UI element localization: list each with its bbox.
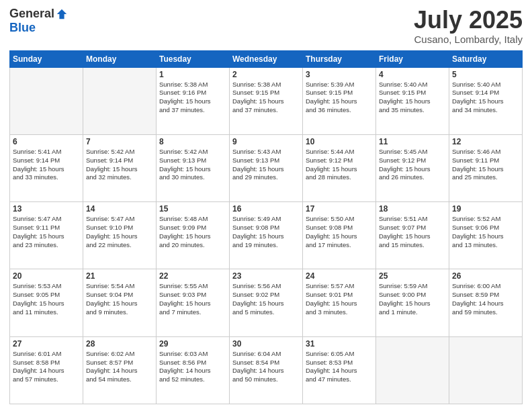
table-row: 31Sunrise: 6:05 AM Sunset: 8:53 PM Dayli… bbox=[303, 336, 376, 404]
table-row: 10Sunrise: 5:44 AM Sunset: 9:12 PM Dayli… bbox=[303, 134, 376, 201]
day-info: Sunrise: 5:39 AM Sunset: 9:15 PM Dayligh… bbox=[306, 81, 373, 115]
day-number: 11 bbox=[379, 137, 446, 146]
table-row: 16Sunrise: 5:49 AM Sunset: 9:08 PM Dayli… bbox=[230, 202, 303, 269]
table-row: 25Sunrise: 5:59 AM Sunset: 9:00 PM Dayli… bbox=[376, 269, 449, 336]
table-row: 6Sunrise: 5:41 AM Sunset: 9:14 PM Daylig… bbox=[10, 134, 83, 201]
day-number: 14 bbox=[86, 204, 153, 214]
day-number: 26 bbox=[452, 271, 519, 281]
day-number: 12 bbox=[452, 137, 519, 146]
day-info: Sunrise: 5:52 AM Sunset: 9:06 PM Dayligh… bbox=[452, 215, 519, 249]
table-row: 11Sunrise: 5:45 AM Sunset: 9:12 PM Dayli… bbox=[376, 134, 449, 201]
table-row: 9Sunrise: 5:43 AM Sunset: 9:13 PM Daylig… bbox=[230, 134, 303, 201]
table-row: 2Sunrise: 5:38 AM Sunset: 9:15 PM Daylig… bbox=[230, 67, 303, 134]
calendar-table: Sunday Monday Tuesday Wednesday Thursday… bbox=[9, 50, 523, 404]
day-info: Sunrise: 5:54 AM Sunset: 9:04 PM Dayligh… bbox=[86, 282, 153, 316]
day-info: Sunrise: 5:57 AM Sunset: 9:01 PM Dayligh… bbox=[306, 282, 373, 316]
day-number: 21 bbox=[86, 271, 153, 281]
day-number: 5 bbox=[452, 70, 519, 79]
day-number: 4 bbox=[379, 70, 446, 79]
table-row: 13Sunrise: 5:47 AM Sunset: 9:11 PM Dayli… bbox=[10, 202, 83, 269]
day-info: Sunrise: 5:43 AM Sunset: 9:13 PM Dayligh… bbox=[232, 148, 300, 182]
day-number: 22 bbox=[159, 271, 226, 281]
table-row: 23Sunrise: 5:56 AM Sunset: 9:02 PM Dayli… bbox=[230, 269, 303, 336]
table-row: 14Sunrise: 5:47 AM Sunset: 9:10 PM Dayli… bbox=[83, 202, 157, 269]
table-row: 18Sunrise: 5:51 AM Sunset: 9:07 PM Dayli… bbox=[376, 202, 449, 269]
calendar-week-row: 20Sunrise: 5:53 AM Sunset: 9:05 PM Dayli… bbox=[10, 269, 523, 336]
day-number: 7 bbox=[86, 137, 153, 146]
day-number: 17 bbox=[306, 204, 373, 214]
table-row: 27Sunrise: 6:01 AM Sunset: 8:58 PM Dayli… bbox=[10, 336, 83, 404]
day-info: Sunrise: 6:04 AM Sunset: 8:54 PM Dayligh… bbox=[232, 350, 300, 384]
day-number: 10 bbox=[306, 137, 373, 146]
table-row: 19Sunrise: 5:52 AM Sunset: 9:06 PM Dayli… bbox=[449, 202, 523, 269]
table-row: 1Sunrise: 5:38 AM Sunset: 9:16 PM Daylig… bbox=[157, 67, 230, 134]
logo-icon bbox=[56, 8, 68, 20]
calendar-week-row: 27Sunrise: 6:01 AM Sunset: 8:58 PM Dayli… bbox=[10, 336, 523, 404]
location: Cusano, Lombardy, Italy bbox=[414, 34, 523, 45]
table-row: 28Sunrise: 6:02 AM Sunset: 8:57 PM Dayli… bbox=[83, 336, 157, 404]
header-thursday: Thursday bbox=[303, 50, 376, 67]
day-info: Sunrise: 5:46 AM Sunset: 9:11 PM Dayligh… bbox=[452, 148, 519, 182]
day-info: Sunrise: 5:42 AM Sunset: 9:14 PM Dayligh… bbox=[86, 148, 153, 182]
table-row: 15Sunrise: 5:48 AM Sunset: 9:09 PM Dayli… bbox=[157, 202, 230, 269]
day-number: 9 bbox=[232, 137, 300, 146]
day-info: Sunrise: 5:41 AM Sunset: 9:14 PM Dayligh… bbox=[13, 148, 80, 182]
day-number: 2 bbox=[232, 70, 300, 79]
table-row: 29Sunrise: 6:03 AM Sunset: 8:56 PM Dayli… bbox=[157, 336, 230, 404]
weekday-header-row: Sunday Monday Tuesday Wednesday Thursday… bbox=[10, 50, 523, 67]
table-row: 5Sunrise: 5:40 AM Sunset: 9:14 PM Daylig… bbox=[449, 67, 523, 134]
table-row: 17Sunrise: 5:50 AM Sunset: 9:08 PM Dayli… bbox=[303, 202, 376, 269]
table-row: 30Sunrise: 6:04 AM Sunset: 8:54 PM Dayli… bbox=[230, 336, 303, 404]
table-row: 24Sunrise: 5:57 AM Sunset: 9:01 PM Dayli… bbox=[303, 269, 376, 336]
day-info: Sunrise: 5:42 AM Sunset: 9:13 PM Dayligh… bbox=[159, 148, 226, 182]
logo: General Blue bbox=[9, 7, 68, 35]
day-info: Sunrise: 5:47 AM Sunset: 9:11 PM Dayligh… bbox=[13, 215, 80, 249]
day-info: Sunrise: 5:50 AM Sunset: 9:08 PM Dayligh… bbox=[306, 215, 373, 249]
title-block: July 2025 Cusano, Lombardy, Italy bbox=[414, 7, 523, 45]
day-number: 27 bbox=[13, 339, 80, 349]
header-sunday: Sunday bbox=[10, 50, 83, 67]
day-number: 1 bbox=[159, 70, 226, 79]
calendar-week-row: 13Sunrise: 5:47 AM Sunset: 9:11 PM Dayli… bbox=[10, 202, 523, 269]
day-number: 25 bbox=[379, 271, 446, 281]
day-info: Sunrise: 5:40 AM Sunset: 9:15 PM Dayligh… bbox=[379, 81, 446, 115]
day-number: 30 bbox=[232, 339, 300, 349]
table-row: 21Sunrise: 5:54 AM Sunset: 9:04 PM Dayli… bbox=[83, 269, 157, 336]
header: General Blue July 2025 Cusano, Lombardy,… bbox=[9, 7, 523, 45]
day-number: 13 bbox=[13, 204, 80, 214]
table-row: 7Sunrise: 5:42 AM Sunset: 9:14 PM Daylig… bbox=[83, 134, 157, 201]
day-info: Sunrise: 5:53 AM Sunset: 9:05 PM Dayligh… bbox=[13, 282, 80, 316]
calendar-week-row: 1Sunrise: 5:38 AM Sunset: 9:16 PM Daylig… bbox=[10, 67, 523, 134]
table-row bbox=[10, 67, 83, 134]
day-info: Sunrise: 6:05 AM Sunset: 8:53 PM Dayligh… bbox=[306, 350, 373, 384]
month-title: July 2025 bbox=[414, 7, 523, 34]
table-row: 3Sunrise: 5:39 AM Sunset: 9:15 PM Daylig… bbox=[303, 67, 376, 134]
day-number: 6 bbox=[13, 137, 80, 146]
day-number: 18 bbox=[379, 204, 446, 214]
day-number: 20 bbox=[13, 271, 80, 281]
day-number: 23 bbox=[232, 271, 300, 281]
table-row: 8Sunrise: 5:42 AM Sunset: 9:13 PM Daylig… bbox=[157, 134, 230, 201]
day-info: Sunrise: 5:45 AM Sunset: 9:12 PM Dayligh… bbox=[379, 148, 446, 182]
header-wednesday: Wednesday bbox=[230, 50, 303, 67]
day-number: 19 bbox=[452, 204, 519, 214]
table-row: 12Sunrise: 5:46 AM Sunset: 9:11 PM Dayli… bbox=[449, 134, 523, 201]
day-info: Sunrise: 5:56 AM Sunset: 9:02 PM Dayligh… bbox=[232, 282, 300, 316]
table-row: 22Sunrise: 5:55 AM Sunset: 9:03 PM Dayli… bbox=[157, 269, 230, 336]
day-info: Sunrise: 5:38 AM Sunset: 9:15 PM Dayligh… bbox=[232, 81, 300, 115]
day-info: Sunrise: 5:49 AM Sunset: 9:08 PM Dayligh… bbox=[232, 215, 300, 249]
table-row: 26Sunrise: 6:00 AM Sunset: 8:59 PM Dayli… bbox=[449, 269, 523, 336]
day-info: Sunrise: 6:00 AM Sunset: 8:59 PM Dayligh… bbox=[452, 282, 519, 316]
day-info: Sunrise: 5:38 AM Sunset: 9:16 PM Dayligh… bbox=[159, 81, 226, 115]
table-row bbox=[449, 336, 523, 404]
day-number: 8 bbox=[159, 137, 226, 146]
day-info: Sunrise: 5:59 AM Sunset: 9:00 PM Dayligh… bbox=[379, 282, 446, 316]
header-tuesday: Tuesday bbox=[157, 50, 230, 67]
logo-general-text: General bbox=[9, 7, 54, 21]
day-info: Sunrise: 5:48 AM Sunset: 9:09 PM Dayligh… bbox=[159, 215, 226, 249]
day-info: Sunrise: 5:44 AM Sunset: 9:12 PM Dayligh… bbox=[306, 148, 373, 182]
table-row bbox=[83, 67, 157, 134]
day-info: Sunrise: 5:55 AM Sunset: 9:03 PM Dayligh… bbox=[159, 282, 226, 316]
page: General Blue July 2025 Cusano, Lombardy,… bbox=[0, 0, 532, 411]
day-info: Sunrise: 5:47 AM Sunset: 9:10 PM Dayligh… bbox=[86, 215, 153, 249]
